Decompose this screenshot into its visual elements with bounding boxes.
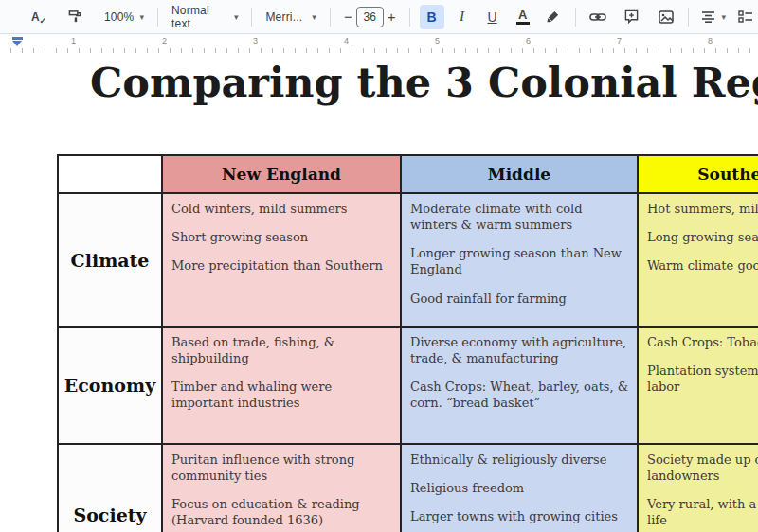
increase-font-size-button[interactable]: + (384, 9, 400, 25)
align-center-icon (701, 10, 715, 23)
cell-paragraph: Ethnically & religiously diverse (410, 452, 629, 468)
paragraph-style-value: Normal text (171, 4, 228, 30)
align-button[interactable]: ▾ (697, 5, 730, 29)
ruler-number: 3 (253, 36, 258, 45)
italic-button[interactable]: I (450, 5, 475, 29)
cell-paragraph: Moderate climate with cold winters & war… (410, 201, 629, 233)
cell-paragraph: Long growing season (647, 229, 758, 245)
text-color-icon: A (516, 9, 530, 25)
ruler-number: 8 (708, 36, 713, 45)
cell-economy-middle[interactable]: Diverse economy with agriculture, trade,… (401, 327, 638, 444)
bold-icon: B (427, 9, 437, 25)
checklist-button[interactable] (733, 5, 758, 29)
table-row: EconomyBased on trade, fishing, & shipbu… (58, 327, 758, 444)
link-icon (589, 10, 606, 24)
ruler-number: 6 (526, 36, 531, 45)
bold-button[interactable]: B (420, 5, 444, 29)
toolbar-separator (251, 8, 252, 27)
italic-icon: I (460, 9, 464, 25)
toolbar-separator (575, 8, 576, 27)
corner-cell (58, 155, 162, 193)
cell-paragraph: Cash Crops: Tobacco (647, 334, 758, 350)
font-family-value: Merri... (265, 10, 302, 24)
toolbar-separator (330, 8, 331, 27)
cell-society-southern[interactable]: Society made up of landownersVery rural,… (638, 444, 758, 532)
paint-format-button[interactable] (63, 5, 87, 29)
zoom-select[interactable]: 100% ▾ (100, 5, 148, 29)
cell-climate-middle[interactable]: Moderate climate with cold winters & war… (401, 193, 638, 327)
document-page: Comparing the 3 Colonial Regions New Eng… (0, 55, 758, 532)
highlight-button[interactable] (541, 5, 566, 29)
insert-image-button[interactable] (654, 5, 678, 29)
cell-paragraph: Good rainfall for farming (410, 291, 629, 307)
paragraph-style-select[interactable]: Normal text ▾ (168, 5, 242, 29)
insert-link-button[interactable] (586, 5, 610, 29)
toolbar-separator (409, 8, 410, 27)
underline-button[interactable]: U (480, 5, 505, 29)
cell-paragraph: Cold winters, mild summers (171, 201, 392, 217)
document-title[interactable]: Comparing the 3 Colonial Regions (90, 59, 758, 106)
cell-paragraph: Cash Crops: Wheat, barley, oats, & corn.… (410, 379, 629, 411)
ruler-ticks (0, 48, 758, 53)
row-label-economy[interactable]: Economy (58, 327, 162, 444)
ruler-number: 4 (344, 36, 349, 45)
column-header-southern[interactable]: Southern (638, 155, 758, 193)
comparison-table: New EnglandMiddleSouthern ClimateCold wi… (57, 154, 758, 532)
table-body: ClimateCold winters, mild summersShort g… (58, 193, 758, 532)
ruler-number: 1 (71, 36, 76, 45)
cell-paragraph: More precipitation than Southern (171, 257, 392, 274)
cell-paragraph: Plantation system with slave labor (647, 363, 758, 395)
cell-paragraph: Society made up of landowners (647, 452, 758, 484)
table-row: SocietyPuritan influence with strong com… (58, 444, 758, 532)
cell-paragraph: Longer growing season than New England (410, 245, 629, 277)
column-header-middle[interactable]: Middle (401, 155, 638, 193)
cell-economy-new-england[interactable]: Based on trade, fishing, & shipbuildingT… (162, 327, 401, 444)
cell-climate-new-england[interactable]: Cold winters, mild summersShort growing … (162, 193, 401, 327)
indent-marker[interactable] (12, 37, 23, 46)
text-color-button[interactable]: A (511, 5, 535, 29)
cell-paragraph: Larger towns with growing cities (410, 508, 629, 524)
row-label-society[interactable]: Society (58, 444, 162, 532)
row-label-climate[interactable]: Climate (58, 193, 162, 327)
cell-society-middle[interactable]: Ethnically & religiously diverseReligiou… (401, 444, 638, 532)
column-header-new-england[interactable]: New England (162, 155, 401, 193)
paint-roller-icon (68, 9, 82, 24)
toolbar-separator (688, 8, 689, 27)
underline-icon: U (488, 9, 497, 25)
cell-paragraph: Hot summers, mild winters (647, 201, 758, 217)
cell-paragraph: Diverse economy with agriculture, trade,… (410, 334, 629, 366)
cell-society-new-england[interactable]: Puritan influence with strong community … (162, 444, 401, 532)
comment-icon (624, 9, 639, 24)
cell-paragraph: Short growing season (171, 229, 392, 245)
chevron-down-icon: ▾ (234, 12, 239, 22)
spellcheck-icon: A✓ (31, 10, 46, 24)
chevron-down-icon: ▾ (721, 12, 726, 22)
ruler: 12345678 (0, 35, 758, 55)
table-header-row: New EnglandMiddleSouthern (58, 155, 758, 193)
cell-paragraph: Focus on education & reading (Harvard fo… (171, 496, 392, 528)
toolbar-separator (157, 8, 158, 27)
cell-climate-southern[interactable]: Hot summers, mild wintersLong growing se… (638, 193, 758, 327)
cell-paragraph: Warm climate good (647, 257, 758, 274)
cell-paragraph: Puritan influence with strong community … (171, 452, 392, 484)
font-family-select[interactable]: Merri... ▾ (262, 5, 319, 29)
checklist-icon (738, 10, 753, 23)
decrease-font-size-button[interactable]: − (340, 9, 356, 25)
ruler-number: 5 (435, 36, 440, 45)
cell-paragraph: Timber and whaling were important indust… (171, 379, 392, 411)
chevron-down-icon: ▾ (140, 12, 145, 22)
toolbar: A✓ 100% ▾ Normal text ▾ Merri... ▾ − 36 … (0, 0, 758, 34)
chevron-down-icon: ▾ (312, 12, 316, 22)
cell-paragraph: Very rural, with a plantation life (647, 496, 758, 528)
highlighter-icon (546, 9, 560, 24)
spellcheck-button[interactable]: A✓ (27, 5, 51, 29)
ruler-number: 2 (162, 36, 167, 45)
cell-paragraph: Religious freedom (410, 480, 629, 496)
ruler-number: 7 (617, 36, 622, 45)
add-comment-button[interactable] (620, 5, 644, 29)
zoom-value: 100% (104, 10, 135, 24)
table-row: ClimateCold winters, mild summersShort g… (58, 193, 758, 327)
cell-paragraph: Based on trade, fishing, & shipbuilding (171, 334, 392, 366)
font-size-input[interactable]: 36 (356, 7, 384, 27)
cell-economy-southern[interactable]: Cash Crops: TobaccoPlantation system wit… (638, 327, 758, 444)
